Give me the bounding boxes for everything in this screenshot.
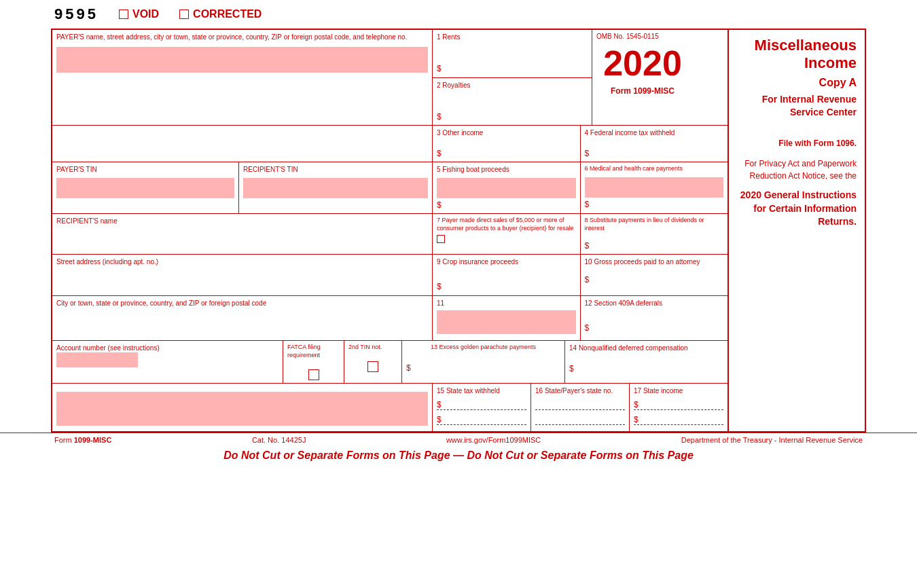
void-label: VOID xyxy=(132,8,159,20)
recipient-name-cell: RECIPIENT'S name xyxy=(52,214,433,254)
sidebar-title: Miscellaneous Income xyxy=(737,37,857,73)
row-street: Street address (including apt. no.) 9 Cr… xyxy=(52,255,727,296)
box8-dollar: $ xyxy=(585,241,590,251)
footer-dept: Department of the Treasury - Internal Re… xyxy=(681,436,863,444)
box10-label: 10 Gross proceeds paid to an attorney xyxy=(585,257,724,266)
sidebar-privacy: For Privacy Act and Paperwork Reduction … xyxy=(737,158,857,182)
payer-name-label: PAYER'S name, street address, city or to… xyxy=(56,33,428,41)
box16-label: 16 State/Payer's state no. xyxy=(535,386,625,395)
box8-cell: 8 Substitute payments in lieu of dividen… xyxy=(581,214,728,254)
box3-label: 3 Other income xyxy=(437,128,576,137)
box6-cell: 6 Medical and health care payments $ xyxy=(581,162,728,213)
box15-label: 15 State tax withheld xyxy=(437,386,526,395)
box5-dollar: $ xyxy=(437,200,442,210)
box14-dollar: $ xyxy=(569,364,574,373)
box12-cell: 12 Section 409A deferrals $ xyxy=(581,296,728,340)
form-main: PAYER'S name, street address, city or to… xyxy=(52,30,729,431)
footer-website: www.irs.gov/Form1099MISC xyxy=(446,436,541,444)
box13-dollar: $ xyxy=(406,363,411,373)
corrected-checkbox[interactable] xyxy=(179,10,189,19)
box9-dollar: $ xyxy=(437,282,442,291)
sidebar-file: File with Form 1096. xyxy=(737,137,857,149)
sidebar-general: 2020 General Instructions for Certain In… xyxy=(737,189,857,229)
box4-dollar: $ xyxy=(585,149,590,158)
row-state: 15 State tax withheld $ $ 16 State/Payer… xyxy=(52,384,727,431)
box7-label: 7 Payer made direct sales of $5,000 or m… xyxy=(437,217,576,232)
payer-name-input[interactable] xyxy=(56,47,428,73)
box2-label: 2 Royalties xyxy=(437,81,588,90)
account-input[interactable] xyxy=(56,352,138,367)
payer-tin-label: PAYER'S TIN xyxy=(56,165,234,174)
box5-cell: 5 Fishing boat proceeds $ xyxy=(433,162,581,213)
top-bar: 9595 VOID CORRECTED xyxy=(0,0,917,29)
box7-checkbox[interactable] xyxy=(437,235,445,243)
recipient-tin-input[interactable] xyxy=(243,178,428,198)
box10-cell: 10 Gross proceeds paid to an attorney $ xyxy=(581,255,728,295)
footer-bar: Form 1099-MISC Cat. No. 14425J www.irs.g… xyxy=(0,433,917,447)
box16-cell: 16 State/Payer's state no. xyxy=(531,384,630,431)
box4-cell: 4 Federal income tax withheld $ xyxy=(581,126,728,162)
box9-label: 9 Crop insurance proceeds xyxy=(437,257,576,266)
box8-label: 8 Substitute payments in lieu of dividen… xyxy=(585,217,724,232)
box17-dollar1: $ xyxy=(634,400,639,409)
row-recipient-name: RECIPIENT'S name 7 Payer made direct sal… xyxy=(52,214,727,255)
page: 9595 VOID CORRECTED PAYER'S name, street… xyxy=(0,0,917,588)
corrected-label: CORRECTED xyxy=(193,8,262,20)
year-bold: 20 xyxy=(643,43,682,83)
footer-form-label: Form xyxy=(54,436,74,444)
recipient-name-label: RECIPIENT'S name xyxy=(56,217,428,225)
box3-cell: 3 Other income $ xyxy=(433,126,581,162)
sidebar-for: For Internal Revenue Service Center xyxy=(737,93,857,120)
box17-cell: 17 State income $ $ xyxy=(630,384,727,431)
footer-form-name: 1099-MISC xyxy=(74,436,112,444)
void-section: VOID xyxy=(119,8,159,20)
recipient-tin-label: RECIPIENT'S TIN xyxy=(243,165,428,174)
box14-label: 14 Nonqualified deferred compensation xyxy=(569,344,723,352)
account-label: Account number (see instructions) xyxy=(56,344,278,352)
do-not-cut: Do Not Cut or Separate Forms on This Pag… xyxy=(0,447,917,464)
box11-label: 11 xyxy=(437,299,576,308)
form-number: 9595 xyxy=(54,5,98,23)
row-other-income: 3 Other income $ 4 Federal income tax wi… xyxy=(52,126,727,162)
row-city: City or town, state or province, country… xyxy=(52,296,727,341)
box2-dollar: $ xyxy=(437,112,442,122)
box10-dollar: $ xyxy=(585,275,590,284)
box9-cell: 9 Crop insurance proceeds $ xyxy=(433,255,581,295)
corrected-section: CORRECTED xyxy=(179,8,262,20)
sidebar-copy: Copy A xyxy=(737,77,857,89)
box6-input[interactable] xyxy=(585,177,724,198)
city-cell: City or town, state or province, country… xyxy=(52,296,433,340)
box15-line1: $ xyxy=(437,398,526,410)
year-light: 20 xyxy=(603,43,643,83)
tin-not-checkbox[interactable] xyxy=(367,361,378,372)
city-label: City or town, state or province, country… xyxy=(56,299,428,308)
box11-input[interactable] xyxy=(437,310,576,334)
state-left-cell xyxy=(52,384,433,431)
box13-label: 13 Excess golden parachute payments xyxy=(406,344,560,352)
box6-dollar: $ xyxy=(585,200,590,209)
row-account: Account number (see instructions) FATCA … xyxy=(52,341,727,383)
box17-label: 17 State income xyxy=(634,386,723,395)
box3-dollar: $ xyxy=(437,149,442,158)
box17-dollar2: $ xyxy=(634,415,639,424)
tin-not-label: 2nd TIN not. xyxy=(348,344,397,352)
box17-line1: $ xyxy=(634,398,723,410)
box12-label: 12 Section 409A deferrals xyxy=(585,299,724,308)
box5-label: 5 Fishing boat proceeds xyxy=(437,165,576,174)
box16-line1 xyxy=(535,398,625,410)
box17-line2: $ xyxy=(634,413,723,425)
box15-cell: 15 State tax withheld $ $ xyxy=(433,384,531,431)
payer-tin-input[interactable] xyxy=(56,178,234,198)
fatca-checkbox[interactable] xyxy=(308,369,319,380)
box5-input[interactable] xyxy=(437,178,576,198)
row-payer-name: PAYER'S name, street address, city or to… xyxy=(52,30,727,126)
box7-cell: 7 Payer made direct sales of $5,000 or m… xyxy=(433,214,581,254)
box6-label: 6 Medical and health care payments xyxy=(585,165,724,173)
state-left-input[interactable] xyxy=(56,392,428,426)
void-checkbox[interactable] xyxy=(119,10,128,19)
box14-cell: 14 Nonqualified deferred compensation $ xyxy=(565,341,727,382)
omb-year-cell: OMB No. 1545-0115 2020 Form 1099-MISC xyxy=(592,30,693,125)
box1-label: 1 Rents xyxy=(437,33,588,41)
form-sidebar: Miscellaneous Income Copy A For Internal… xyxy=(729,30,865,431)
street-cell: Street address (including apt. no.) xyxy=(52,255,433,295)
